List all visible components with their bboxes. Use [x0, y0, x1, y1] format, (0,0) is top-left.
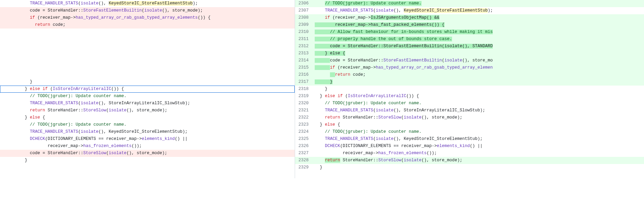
line-number[interactable]	[0, 71, 17, 78]
code-row[interactable]: DCHECK(DICTIONARY_ELEMENTS == receiver_m…	[0, 135, 295, 143]
code-content[interactable]: } else if (IsStoreInArrayLiteralIC()) {	[17, 86, 295, 93]
line-number[interactable]	[0, 57, 17, 64]
code-row[interactable]	[0, 64, 295, 71]
code-row[interactable]: 2319 } else if (IsStoreInArrayLiteralIC(…	[295, 93, 644, 100]
code-content[interactable]: } else {	[312, 121, 644, 128]
code-row[interactable]	[295, 171, 644, 178]
line-number[interactable]: 2306	[295, 0, 312, 7]
code-row[interactable]: 2316 return code;	[295, 71, 644, 78]
code-row[interactable]: }	[0, 157, 295, 164]
code-content[interactable]	[17, 43, 295, 50]
code-row[interactable]: 2325 TRACE_HANDLER_STATS(isolate(), Keye…	[295, 135, 644, 143]
code-row[interactable]: 2323 } else {	[295, 121, 644, 128]
code-content[interactable]	[17, 36, 295, 43]
line-number[interactable]: 2321	[295, 107, 312, 114]
line-number[interactable]	[0, 7, 17, 14]
code-content[interactable]: }	[312, 164, 644, 171]
line-number[interactable]: 2328	[295, 157, 312, 164]
code-content[interactable]	[17, 50, 295, 57]
code-row[interactable]: 2315 if (receiver_map->has_typed_array_o…	[295, 64, 644, 71]
code-row[interactable]	[0, 71, 295, 78]
code-content[interactable]: }	[17, 78, 295, 86]
code-content[interactable]	[17, 64, 295, 71]
line-number[interactable]: 2307	[295, 7, 312, 14]
line-number[interactable]: 2327	[295, 150, 312, 157]
code-row[interactable]: code = StoreHandler::StoreSlow(isolate()…	[0, 150, 295, 157]
code-content[interactable]: } else {	[312, 50, 644, 57]
code-content[interactable]: TRACE_HANDLER_STATS(isolate(), StoreInAr…	[17, 100, 295, 107]
code-row[interactable]: 2324 // TODO(jgruber): Update counter na…	[295, 128, 644, 135]
code-content[interactable]: DCHECK(DICTIONARY_ELEMENTS == receiver_m…	[17, 135, 295, 143]
line-number[interactable]: 2315	[295, 64, 312, 71]
code-row[interactable]: 2307 TRACE_HANDLER_STATS(isolate(), Keye…	[295, 7, 644, 14]
line-number[interactable]: 2326	[295, 143, 312, 150]
code-row[interactable]: 2313 } else {	[295, 50, 644, 57]
code-content[interactable]	[17, 71, 295, 78]
line-number[interactable]: 2319	[295, 93, 312, 100]
code-content[interactable]: TRACE_HANDLER_STATS(isolate(), KeyedStor…	[312, 7, 644, 14]
code-content[interactable]	[17, 57, 295, 64]
line-number[interactable]	[0, 21, 17, 29]
code-row[interactable]: code = StoreHandler::StoreFastElementBui…	[0, 7, 295, 14]
code-content[interactable]: receiver_map->has_fast_packed_elements()…	[312, 21, 644, 29]
code-row[interactable]	[0, 57, 295, 64]
code-content[interactable]: code = StoreHandler::StoreFastElementBui…	[312, 43, 644, 50]
code-row[interactable]: 2327 receiver_map->has_frozen_elements()…	[295, 150, 644, 157]
code-content[interactable]: } else {	[17, 114, 295, 121]
code-content[interactable]: receiver_map->has_frozen_elements());	[17, 143, 295, 150]
line-number[interactable]	[0, 64, 17, 71]
code-row[interactable]: 2329 }	[295, 164, 644, 171]
line-number[interactable]	[0, 29, 17, 36]
code-row[interactable]: 2320 // TODO(jgruber): Update counter na…	[295, 100, 644, 107]
diff-left-pane[interactable]: TRACE_HANDLER_STATS(isolate(), KeyedStor…	[0, 0, 295, 178]
code-content[interactable]: // properly handle the out of bounds sto…	[312, 36, 644, 43]
code-row[interactable]: 2322 return StoreHandler::StoreSlow(isol…	[295, 114, 644, 121]
line-number[interactable]	[295, 171, 312, 178]
code-content[interactable]: TRACE_HANDLER_STATS(isolate(), KeyedStor…	[17, 0, 295, 7]
line-number[interactable]: 2313	[295, 50, 312, 57]
line-number[interactable]: 2309	[295, 21, 312, 29]
code-content[interactable]: // TODO(jgruber): Update counter name.	[312, 128, 644, 135]
line-number[interactable]	[0, 43, 17, 50]
line-number[interactable]: 2308	[295, 14, 312, 21]
line-number[interactable]: 2318	[295, 86, 312, 93]
code-row[interactable]: receiver_map->has_frozen_elements());	[0, 143, 295, 150]
line-number[interactable]: 2324	[295, 128, 312, 135]
line-number[interactable]: 2316	[295, 71, 312, 78]
line-number[interactable]	[0, 143, 17, 150]
line-number[interactable]: 2323	[295, 121, 312, 128]
code-content[interactable]: if (receiver_map->has_typed_array_or_rab…	[312, 64, 644, 71]
code-content[interactable]: return code;	[17, 21, 295, 29]
line-number[interactable]	[0, 93, 17, 100]
code-row[interactable]: } else {	[0, 114, 295, 121]
code-row[interactable]: 2318 }	[295, 86, 644, 93]
code-content[interactable]: return code;	[312, 71, 644, 78]
line-number[interactable]	[0, 100, 17, 107]
line-number[interactable]	[0, 107, 17, 114]
line-number[interactable]	[0, 36, 17, 43]
line-number[interactable]: 2310	[295, 29, 312, 36]
code-row[interactable]: // TODO(jgruber): Update counter name.	[0, 93, 295, 100]
line-number[interactable]: 2314	[295, 57, 312, 64]
code-row[interactable]: 2326 DCHECK(DICTIONARY_ELEMENTS == recei…	[295, 143, 644, 150]
code-row[interactable]: } else if (IsStoreInArrayLiteralIC()) {	[0, 86, 295, 93]
line-number[interactable]: 2320	[295, 100, 312, 107]
code-row[interactable]	[0, 50, 295, 57]
diff-right-pane[interactable]: 2306 // TODO(jgruber): Update counter na…	[295, 0, 644, 178]
code-row[interactable]	[0, 43, 295, 50]
code-content[interactable]: TRACE_HANDLER_STATS(isolate(), StoreInAr…	[312, 107, 644, 114]
code-content[interactable]: return StoreHandler::StoreSlow(isolate()…	[17, 107, 295, 114]
code-content[interactable]: receiver_map->has_frozen_elements());	[312, 150, 644, 157]
line-number[interactable]	[0, 114, 17, 121]
code-row[interactable]: 2311 // properly handle the out of bound…	[295, 36, 644, 43]
line-number[interactable]	[0, 150, 17, 157]
code-content[interactable]: // TODO(jgruber): Update counter name.	[17, 93, 295, 100]
line-number[interactable]	[0, 78, 17, 86]
line-number[interactable]: 2312	[295, 43, 312, 50]
code-row[interactable]	[0, 36, 295, 43]
line-number[interactable]	[0, 164, 17, 171]
code-row[interactable]: 2312 code = StoreHandler::StoreFastEleme…	[295, 43, 644, 50]
code-content[interactable]: }	[312, 86, 644, 93]
code-row[interactable]: TRACE_HANDLER_STATS(isolate(), KeyedStor…	[0, 0, 295, 7]
code-content[interactable]: code = StoreHandler::StoreFastElementBui…	[17, 7, 295, 14]
